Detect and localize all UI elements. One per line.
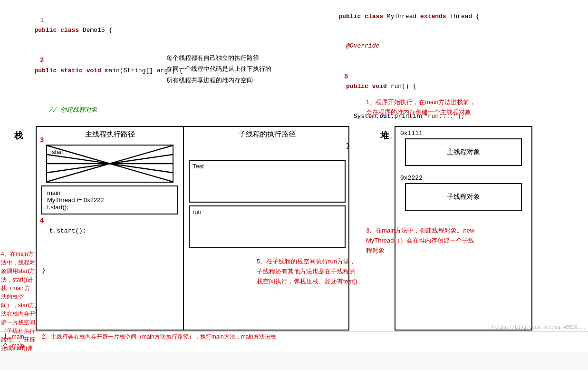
main-container: 1 public class Demo15 { 2 public static …	[0, 0, 588, 352]
main-frame: main MyThread t= 0x2222 t.start();	[41, 185, 178, 214]
right-code-line-2: @Override	[309, 31, 461, 61]
start-label: start	[52, 148, 64, 156]
main-obj-container: 0x1111 主线程对象	[400, 138, 527, 166]
child-thread-obj-label: 子线程对象	[411, 188, 516, 206]
right-code-line-3: 5 public void run() {	[309, 61, 461, 102]
svg-line-3	[47, 155, 173, 173]
ann-text-3: 所有线程共享进程的堆内存空间	[166, 75, 295, 86]
start-frame: start	[46, 145, 174, 183]
middle-annotations: 每个线程都有自己独立的执行路径 在同一个线程中代码是从上往下执行的 所有线程共享…	[166, 52, 295, 86]
line-num-blank1	[34, 96, 44, 105]
line-num-2: 2	[34, 55, 44, 66]
bottom-annotation-bar: 1...main 2...main 3...main 2、主线程会在栈内存开辟一…	[0, 331, 588, 352]
run-label: run	[190, 206, 345, 217]
run-method: run() {	[391, 83, 417, 90]
line-num-1: 1	[34, 16, 44, 25]
child-thread-column: 子线程的执行路径 + Test run	[184, 127, 350, 330]
heap-addr-1: 0x1111	[400, 130, 423, 137]
code-line-1: 1 public class Demo15 {	[5, 6, 166, 45]
child-thread-title: 子线程的执行路径	[184, 127, 350, 142]
main-frame-content2: t.start();	[47, 204, 173, 211]
child-thread-obj-box: 子线程对象	[405, 183, 522, 211]
heap-addr-2: 0x2222	[400, 175, 423, 182]
ann-text-2: 在同一个线程中代码是从上往下执行的	[166, 63, 295, 74]
override-ann: @Override	[338, 42, 379, 49]
annotation-1: 1、程序开始执行，在main方法进栈前，会在程序的堆内存创建一个主线程对象	[366, 97, 480, 117]
main-thread-obj-label: 主线程对象	[411, 143, 516, 161]
bottom-right-text: 2、主线程会在栈内存开辟一片栈空间（main方法执行路径），执行main方法，m…	[42, 332, 276, 352]
right-kw2: public void	[338, 83, 390, 90]
main-thread-title: 主线程执行路径	[37, 127, 183, 142]
child-obj-container: 0x2222 子线程对象	[400, 183, 527, 211]
comment-create: // 创建线程对象	[34, 107, 97, 114]
ann-text-1: 每个线程都有自己独立的执行路径	[166, 52, 295, 63]
content-area: 1 public class Demo15 { 2 public static …	[0, 0, 588, 331]
cross-lines-svg	[47, 146, 173, 182]
class-demo15: Demo15 {	[83, 27, 112, 34]
test-frame: Test	[189, 160, 346, 203]
watermark: https://blog.csdn.net/qq_46520...	[492, 325, 586, 330]
svg-line-1	[47, 146, 173, 182]
bottom-ann-text-2: 2、主线程会在栈内存开辟一片栈空间（main方法执行路径），执行main方法，m…	[42, 332, 276, 341]
dui-label: 堆	[380, 130, 389, 141]
main-frame-label: main	[47, 189, 173, 196]
svg-line-4	[47, 155, 173, 173]
start-frame-container: start	[41, 145, 178, 183]
right-kw1: public class	[338, 13, 386, 20]
run-frame: run	[189, 205, 346, 248]
annotation-4: 4、在main方法中，线程对象调用start方法，start()进栈（main方…	[1, 250, 35, 352]
main-frame-content1: MyThread t= 0x2222	[47, 196, 173, 204]
keyword-public: public class	[34, 27, 82, 34]
stack-diagram: 栈 主线程执行路径 start	[0, 117, 588, 331]
line-num-5: 5	[338, 71, 348, 82]
keyword-public2: public static void	[34, 67, 105, 74]
zhan-label: 栈	[14, 130, 23, 141]
annotation-3: 3、在main方法中，创建线程对象。new MyThread（）会在堆内存创建一…	[366, 226, 480, 255]
mythread-class: MyThread extends Thread {	[387, 13, 480, 20]
main-thread-obj-box: 主线程对象	[405, 138, 522, 166]
svg-line-0	[47, 146, 173, 182]
code-line-2: 2 public static void main(String[] args)…	[5, 45, 166, 86]
stack-box: 主线程执行路径 start	[36, 126, 349, 331]
right-code-line-1: public class MyThread extends Thread {	[309, 2, 461, 31]
annotation-5: 5、在子线程的栈空间执行run方法，子线程还有其他方法也是在子线程的栈空间执行，…	[257, 257, 361, 286]
test-label: Test	[190, 161, 345, 172]
main-thread-column: 主线程执行路径 start	[37, 127, 184, 330]
